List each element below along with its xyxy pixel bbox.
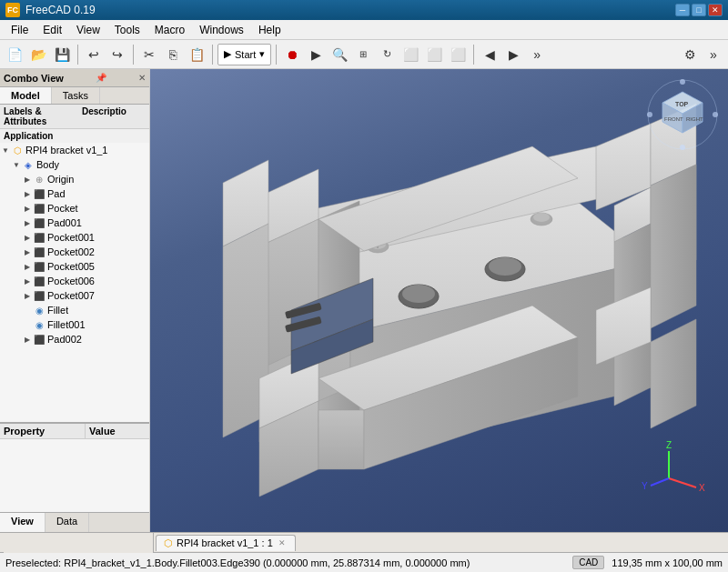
view3-btn[interactable]: ⬜ xyxy=(447,44,469,65)
arrow-pocket007[interactable]: ▶ xyxy=(22,290,33,301)
doc-tab-icon: ⬡ xyxy=(164,537,173,549)
tree-item-pocket005[interactable]: ▶ ⬛ Pocket005 xyxy=(0,259,149,274)
model-svg: X Z Y xyxy=(150,69,728,532)
tab-data[interactable]: Data xyxy=(46,513,89,532)
svg-marker-39 xyxy=(318,410,364,469)
section-label-application: Application xyxy=(0,129,149,143)
paste-button[interactable]: 📋 xyxy=(186,44,207,65)
panel-header: Combo View 📌 ✕ xyxy=(0,69,149,87)
panel-pin-btn[interactable]: 📌 xyxy=(96,73,106,83)
arrow-rpi4bracket[interactable]: ▼ xyxy=(0,145,11,156)
minimize-button[interactable]: ─ xyxy=(675,4,690,16)
menu-macro[interactable]: Macro xyxy=(147,22,192,38)
workbench-dropdown[interactable]: ▶ Start ▾ xyxy=(217,44,271,65)
panel-title: Combo View xyxy=(4,73,64,84)
menu-help[interactable]: Help xyxy=(251,22,288,38)
property-col2: Value xyxy=(86,424,149,438)
maximize-button[interactable]: □ xyxy=(692,4,706,16)
tree-item-origin[interactable]: ▶ ⊕ Origin xyxy=(0,172,149,186)
svg-point-24 xyxy=(402,285,435,303)
svg-point-53 xyxy=(713,112,718,117)
redo-button[interactable]: ↪ xyxy=(106,44,128,65)
menu-edit[interactable]: Edit xyxy=(35,22,69,38)
tree-item-pocket002[interactable]: ▶ ⬛ Pocket002 xyxy=(0,245,149,259)
settings-btn[interactable]: ⚙ xyxy=(679,44,701,65)
property-header: Property Value xyxy=(0,424,149,439)
save-button[interactable]: 💾 xyxy=(51,44,73,65)
tab-tasks[interactable]: Tasks xyxy=(52,87,100,104)
tree-item-pad002[interactable]: ▶ ⬛ Pad002 xyxy=(0,332,149,346)
label-fillet001: Fillet001 xyxy=(47,319,86,330)
extra-btn[interactable]: » xyxy=(703,44,724,65)
document-tab[interactable]: ⬡ RPI4 bracket v1_1 : 1 ✕ xyxy=(156,535,296,551)
status-cad-badge: CAD xyxy=(572,556,604,569)
view1-btn[interactable]: ⬜ xyxy=(399,44,421,65)
tree-item-pad001[interactable]: ▶ ⬛ Pad001 xyxy=(0,216,149,230)
tree-item-pocket006[interactable]: ▶ ⬛ Pocket006 xyxy=(0,274,149,288)
play-btn[interactable]: ▶ xyxy=(305,44,327,65)
nav-prev-btn[interactable]: ◀ xyxy=(479,44,500,65)
new-button[interactable]: 📄 xyxy=(4,44,25,65)
panel-close-btn[interactable]: ✕ xyxy=(138,73,146,83)
tab-view[interactable]: View xyxy=(0,513,46,532)
sep4 xyxy=(276,45,277,65)
tree-item-rpi4bracket[interactable]: ▼ ⬡ RPI4 bracket v1_1 xyxy=(0,143,149,157)
arrow-pocket005[interactable]: ▶ xyxy=(22,261,33,272)
viewport-3d[interactable]: X Z Y TOP FRONT xyxy=(150,69,728,532)
label-pad: Pad xyxy=(47,188,66,199)
arrow-pad002[interactable]: ▶ xyxy=(22,334,33,345)
arrow-pocket006[interactable]: ▶ xyxy=(22,276,33,286)
arrow-body[interactable]: ▼ xyxy=(11,159,22,170)
title-bar: FC FreeCAD 0.19 ─ □ ✕ xyxy=(0,0,728,20)
sep3 xyxy=(212,45,213,65)
icon-pad: ⬛ xyxy=(33,187,46,200)
tree-item-pocket001[interactable]: ▶ ⬛ Pocket001 xyxy=(0,230,149,245)
tree-item-pocket[interactable]: ▶ ⬛ Pocket xyxy=(0,201,149,216)
icon-pocket: ⬛ xyxy=(33,202,46,215)
record-btn[interactable]: ⏺ xyxy=(281,44,303,65)
tree-item-body[interactable]: ▼ ◈ Body xyxy=(0,157,149,172)
tree-item-pocket007[interactable]: ▶ ⬛ Pocket007 xyxy=(0,288,149,303)
copy-button[interactable]: ⎘ xyxy=(162,44,184,65)
undo-button[interactable]: ↩ xyxy=(83,44,105,65)
menu-windows[interactable]: Windows xyxy=(192,22,251,38)
zoom-in-btn[interactable]: 🔍 xyxy=(329,44,350,65)
tree-item-pad[interactable]: ▶ ⬛ Pad xyxy=(0,186,149,201)
window-title: FreeCAD 0.19 xyxy=(25,4,96,16)
nav-cube[interactable]: TOP FRONT RIGHT xyxy=(646,78,719,151)
svg-text:TOP: TOP xyxy=(675,101,689,107)
rotate-btn[interactable]: ↻ xyxy=(376,44,398,65)
close-button[interactable]: ✕ xyxy=(708,4,723,16)
icon-fillet: ◉ xyxy=(33,304,46,316)
doc-tab-close-btn[interactable]: ✕ xyxy=(277,538,288,547)
menu-view[interactable]: View xyxy=(69,22,107,38)
svg-text:Z: Z xyxy=(666,440,672,450)
menu-tools[interactable]: Tools xyxy=(107,22,147,38)
icon-origin: ⊕ xyxy=(33,173,46,186)
nav-next-btn[interactable]: ▶ xyxy=(502,44,524,65)
arrow-pocket002[interactable]: ▶ xyxy=(22,246,33,257)
cut-button[interactable]: ✂ xyxy=(138,44,160,65)
label-pocket002: Pocket002 xyxy=(47,246,95,257)
property-panel: Property Value xyxy=(0,422,149,512)
label-pocket006: Pocket006 xyxy=(47,276,95,286)
arrow-pocket[interactable]: ▶ xyxy=(22,203,33,214)
fit-btn[interactable]: ⊞ xyxy=(352,44,374,65)
tree-item-fillet001[interactable]: ▶ ◉ Fillet001 xyxy=(0,317,149,332)
more-btn[interactable]: » xyxy=(526,44,548,65)
tree-item-fillet[interactable]: ▶ ◉ Fillet xyxy=(0,303,149,317)
open-button[interactable]: 📂 xyxy=(27,44,49,65)
arrow-pad[interactable]: ▶ xyxy=(22,188,33,199)
svg-line-45 xyxy=(669,478,696,487)
view2-btn[interactable]: ⬜ xyxy=(423,44,445,65)
arrow-pocket001[interactable]: ▶ xyxy=(22,232,33,243)
arrow-pad001[interactable]: ▶ xyxy=(22,217,33,228)
workbench-name: Start xyxy=(235,49,256,60)
icon-pocket007: ⬛ xyxy=(33,289,46,302)
arrow-origin[interactable]: ▶ xyxy=(22,174,33,185)
menu-file[interactable]: File xyxy=(4,22,35,38)
label-pad001: Pad001 xyxy=(47,217,82,228)
tab-model[interactable]: Model xyxy=(0,87,52,104)
tree-area[interactable]: ▼ ⬡ RPI4 bracket v1_1 ▼ ◈ Body ▶ ⊕ Origi… xyxy=(0,143,149,422)
svg-marker-15 xyxy=(651,165,696,328)
